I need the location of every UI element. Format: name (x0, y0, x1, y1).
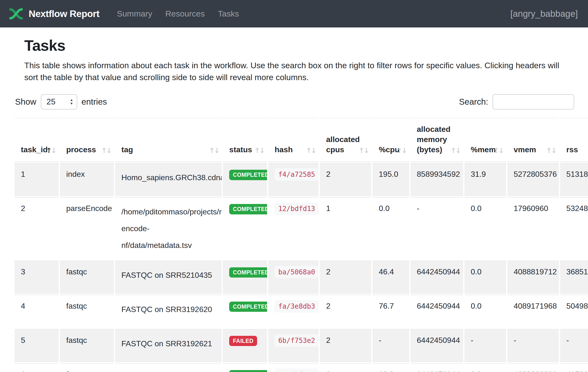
cell-process: fastqc (60, 363, 114, 372)
cell-tag: FASTQC on SRR5210435 (115, 261, 222, 294)
nav-links: Summary Resources Tasks (117, 9, 239, 19)
nextflow-logo-icon (9, 7, 23, 21)
cell-status: COMPLETED (223, 261, 267, 294)
hash-code: 12/bdfd13 (274, 202, 318, 215)
nav-item-resources[interactable]: Resources (165, 9, 205, 19)
cell-pmem: 0.0 (464, 295, 506, 328)
status-badge: FAILED (229, 336, 257, 346)
hash-code: f4/a72585 (274, 168, 318, 181)
cell-cpus: 1 (320, 197, 371, 259)
cell-tag: FASTQC on SRR3192434 (115, 363, 222, 372)
cell-status: COMPLETED (223, 363, 267, 372)
cell-rss: 3685109760 (560, 261, 588, 294)
cell-cpus: 2 (320, 261, 371, 294)
hash-code: 1e/d7f3c2 (274, 369, 318, 372)
cell-memory: 8589934592 (410, 163, 463, 196)
navbar: Nextflow Report Summary Resources Tasks … (0, 0, 588, 27)
column-label: hash (274, 145, 293, 154)
show-label: Show (15, 97, 36, 106)
sort-arrows-icon: ↑↓ (493, 146, 503, 155)
cell-tag: /home/pditommaso/projects/rnaseq-encode-… (115, 197, 222, 259)
column-header-hash[interactable]: hash↑↓ (268, 118, 318, 162)
cell-pcpu: - (372, 329, 409, 362)
sort-arrows-icon: ↑↓ (306, 146, 316, 155)
hash-code: ba/5068a0 (274, 266, 318, 278)
column-label: allocated cpus (326, 135, 360, 154)
entries-label: entries (82, 97, 107, 106)
cell-tag: FASTQC on SRR3192620 (115, 295, 222, 328)
cell-task_id: 3 (15, 261, 59, 294)
table-row: 4fastqcFASTQC on SRR3192620COMPLETEDfa/3… (15, 295, 588, 328)
column-header-tag[interactable]: tag↑↓ (115, 118, 222, 162)
cell-vmem: 5272805376 (507, 163, 559, 196)
hash-code: fa/3e8db3 (274, 300, 318, 312)
column-header-cpus[interactable]: allocated cpus↑↓ (320, 118, 371, 162)
sort-arrows-icon: ↑↓ (450, 146, 460, 155)
cell-hash: 12/bdfd13 (268, 197, 318, 259)
main-content: Tasks This table shows information about… (0, 37, 588, 372)
cell-cpus: 2 (320, 295, 371, 328)
sort-arrows-icon: ↑↓ (546, 146, 556, 155)
column-label: task_id (21, 145, 48, 154)
cell-pcpu: 195.0 (372, 163, 409, 196)
brand-title[interactable]: Nextflow Report (29, 9, 100, 19)
cell-memory: 6442450944 (410, 295, 463, 328)
select-arrows-icon: ▲ ▼ (70, 99, 73, 105)
nav-item-summary[interactable]: Summary (117, 9, 152, 19)
cell-rss: 5049884672 (560, 295, 588, 328)
cell-vmem: 4088832000 (507, 363, 559, 372)
cell-vmem: - (507, 329, 559, 362)
search-group: Search: (459, 94, 574, 109)
column-header-pmem[interactable]: %mem↑↓ (464, 118, 506, 162)
cell-pmem: 0.0 (464, 197, 506, 259)
page-length-value: 25 (47, 97, 70, 106)
hash-code: 6b/f753e2 (274, 334, 318, 347)
cell-cpus: 2 (320, 163, 371, 196)
cell-pmem: - (464, 329, 506, 362)
table-row: 1indexHomo_sapiens.GRCh38.cdna.all.fa.gz… (15, 163, 588, 196)
column-header-process[interactable]: process↑↓ (60, 118, 114, 162)
nav-item-tasks[interactable]: Tasks (218, 9, 239, 19)
table-row: 6fastqcFASTQC on SRR3192434COMPLETED1e/d… (15, 363, 588, 372)
run-name: [angry_babbage] (510, 9, 578, 19)
sort-arrows-icon: ↑↓ (358, 146, 368, 155)
cell-status: COMPLETED (223, 295, 267, 328)
page-description: This table shows information about each … (24, 60, 568, 84)
cell-rss: 53248000 (560, 197, 588, 259)
cell-task_id: 1 (15, 163, 59, 196)
cell-tag: Homo_sapiens.GRCh38.cdna.all.fa.gz (115, 163, 222, 196)
cell-memory: - (410, 197, 463, 259)
cell-pcpu: 0.0 (372, 197, 409, 259)
cell-vmem: 4088819712 (507, 261, 559, 294)
tasks-table-wrapper: task_id↑↓process↑↓tag↑↓status↑↓hash↑↓all… (13, 117, 588, 372)
column-label: vmem (514, 145, 536, 154)
column-header-pcpu[interactable]: %cpu↑↓ (372, 118, 409, 162)
cell-pmem: 0.0 (464, 261, 506, 294)
page-title: Tasks (24, 37, 588, 54)
cell-status: COMPLETED (223, 163, 267, 196)
column-header-status[interactable]: status↑↓ (223, 118, 267, 162)
column-header-task_id[interactable]: task_id↑↓ (15, 118, 59, 162)
table-controls: Show 25 ▲ ▼ entries Search: (15, 94, 574, 109)
column-label: process (66, 145, 96, 154)
search-label: Search: (459, 97, 488, 106)
column-header-vmem[interactable]: vmem↑↓ (507, 118, 559, 162)
column-header-memory[interactable]: allocated memory (bytes)↑↓ (410, 118, 463, 162)
cell-cpus: 2 (320, 363, 371, 372)
table-row: 2parseEncode/home/pditommaso/projects/rn… (15, 197, 588, 259)
sort-arrows-icon: ↑↓ (397, 146, 406, 155)
status-badge: COMPLETED (229, 370, 267, 372)
cell-task_id: 5 (15, 329, 59, 362)
cell-task_id: 4 (15, 295, 59, 328)
page-length-select[interactable]: 25 ▲ ▼ (41, 94, 77, 109)
cell-process: parseEncode (60, 197, 114, 259)
cell-pcpu: 46.4 (372, 261, 409, 294)
sort-arrows-icon: ↑↓ (209, 146, 219, 155)
sort-arrows-icon: ↑↓ (101, 146, 111, 155)
column-header-rss[interactable]: rss↑↓ (560, 118, 588, 162)
cell-pmem: 0.0 (464, 363, 506, 372)
cell-vmem: 4089171968 (507, 295, 559, 328)
table-header-row: task_id↑↓process↑↓tag↑↓status↑↓hash↑↓all… (15, 118, 588, 162)
cell-hash: f4/a72585 (268, 163, 318, 196)
search-input[interactable] (493, 94, 574, 109)
